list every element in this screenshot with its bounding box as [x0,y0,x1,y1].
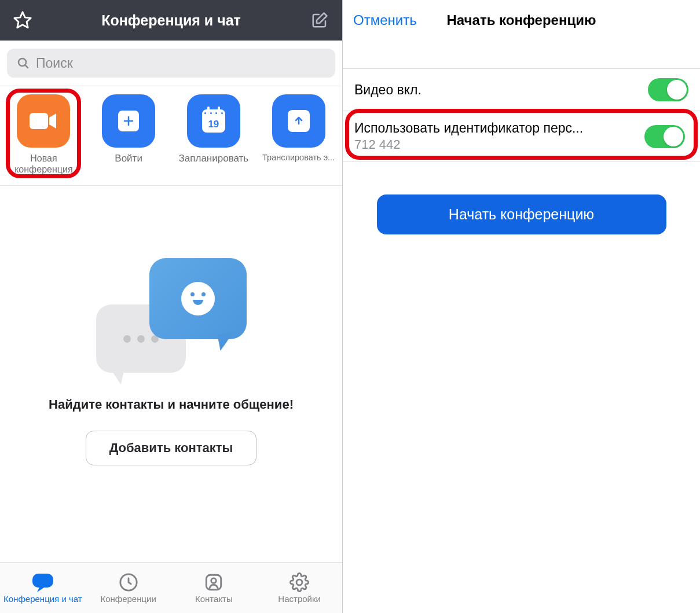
tab-meetings[interactable]: Конференции [86,572,171,604]
chat-illustration [96,258,247,380]
search-container [0,41,342,86]
bubble-blue-icon [149,258,247,339]
contacts-icon [204,572,223,592]
screen-start-meeting: Отменить Начать конференцию Видео вкл. И… [343,0,700,613]
video-icon [17,94,70,148]
modal-header: Отменить Начать конференцию [343,0,700,41]
empty-title: Найдите контакты и начните общение! [49,397,294,412]
chat-icon [31,572,54,592]
svg-marker-0 [14,12,31,28]
search-bar[interactable] [7,49,335,78]
action-label: Войти [115,153,142,175]
tab-contacts[interactable]: Контакты [171,572,257,604]
action-share-screen[interactable]: Транслировать э... [256,94,341,175]
tab-label: Конференция и чат [3,594,82,604]
tab-label: Настройки [278,594,321,604]
tab-label: Контакты [195,594,233,604]
favorite-button[interactable] [12,9,34,31]
tab-label: Конференции [100,594,156,604]
action-label: Новая конференция [1,153,86,175]
add-contacts-button[interactable]: Добавить контакты [86,431,257,465]
svg-rect-7 [32,574,53,588]
compose-button[interactable] [309,9,331,31]
calendar-icon: 19 [187,94,240,148]
svg-rect-3 [30,113,48,129]
action-join[interactable]: Войти [86,94,171,175]
cancel-button[interactable]: Отменить [353,12,417,28]
svg-line-2 [25,65,28,68]
action-label: Запланировать [179,153,249,175]
search-input[interactable] [36,56,326,71]
setting-use-pmi: Использовать идентификатор перс... 712 4… [343,111,700,162]
svg-point-11 [296,579,302,585]
quick-actions: Новая конференция Войти 19 Запланировать [0,86,342,186]
pmi-value: 712 442 [354,137,644,152]
start-meeting-button[interactable]: Начать конференцию [377,194,666,234]
plus-icon [102,94,155,148]
calendar-day: 19 [208,119,219,130]
screen-chat-home: Конференция и чат Новая конференция Войт… [0,0,343,613]
compose-icon [311,12,328,29]
upload-icon [272,94,325,148]
search-icon [16,56,30,70]
setting-label: Использовать идентификатор перс... [354,120,644,136]
tab-bar: Конференция и чат Конференции Контакты Н… [0,562,342,613]
settings-list: Видео вкл. Использовать идентификатор пе… [343,68,700,162]
modal-title: Начать конференцию [447,12,596,28]
top-bar: Конференция и чат [0,0,342,41]
svg-point-10 [211,578,217,583]
star-icon [13,10,32,30]
tab-chat[interactable]: Конференция и чат [0,572,86,604]
setting-label: Видео вкл. [354,82,648,98]
action-new-meeting[interactable]: Новая конференция [1,94,86,175]
action-schedule[interactable]: 19 Запланировать [171,94,256,175]
setting-video-on: Видео вкл. [343,69,700,111]
action-label: Транслировать э... [262,153,335,175]
page-title: Конференция и чат [101,12,241,29]
toggle-pmi[interactable] [644,125,685,148]
gear-icon [289,572,309,592]
tab-settings[interactable]: Настройки [256,572,342,604]
toggle-video[interactable] [648,78,688,101]
clock-icon [119,572,138,592]
empty-state: Найдите контакты и начните общение! Доба… [0,186,342,465]
